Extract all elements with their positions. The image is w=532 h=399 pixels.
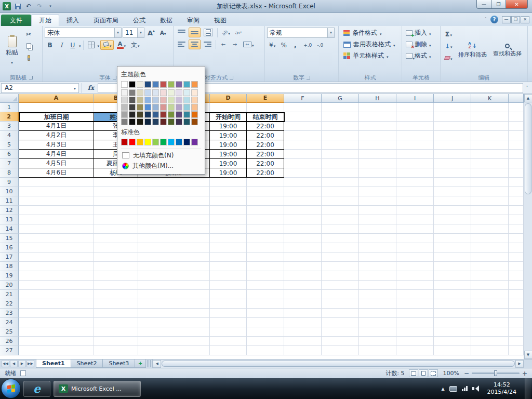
cell-B11[interactable] (94, 196, 138, 206)
font-size-combo[interactable]: 11 (123, 28, 144, 38)
standard-color-swatch[interactable] (191, 139, 198, 145)
merge-center-button[interactable]: ↔ (241, 39, 256, 49)
cell-I9[interactable] (396, 178, 434, 187)
align-left-button[interactable] (176, 39, 188, 49)
taskbar-clock[interactable]: 14:52 2015/4/24 (484, 381, 520, 396)
previous-sheet-button[interactable]: ◀ (10, 360, 18, 367)
cell-A23[interactable] (19, 309, 94, 318)
column-header-F[interactable]: F (284, 94, 322, 103)
cell-K8[interactable] (471, 168, 509, 178)
cell-K4[interactable] (471, 131, 509, 140)
cell-E11[interactable] (247, 196, 284, 206)
theme-variant-swatch[interactable] (183, 97, 190, 103)
zoom-in-button[interactable]: + (522, 370, 527, 377)
no-fill-menu-item[interactable]: 无填充颜色(N) (121, 150, 201, 161)
cell-G17[interactable] (322, 252, 359, 262)
close-button[interactable]: ✕ (506, 0, 528, 9)
standard-color-swatch[interactable] (121, 139, 128, 145)
cell-E6[interactable]: 22:00 (247, 150, 284, 159)
cell-B20[interactable] (94, 281, 138, 290)
theme-color-swatch[interactable] (183, 81, 190, 88)
ribbon-tab-公式[interactable]: 公式 (126, 15, 153, 26)
cell-F12[interactable] (284, 206, 322, 215)
cell-F16[interactable] (284, 243, 322, 252)
cell-D19[interactable] (210, 271, 247, 281)
cell-styles-button[interactable]: 单元格样式 (341, 50, 400, 61)
cell-J20[interactable] (434, 281, 471, 290)
cell-A24[interactable] (19, 318, 94, 327)
cell-G23[interactable] (322, 309, 359, 318)
cell-H10[interactable] (359, 187, 396, 196)
cell-F26[interactable] (284, 337, 322, 346)
copy-button[interactable] (23, 41, 34, 51)
cell-D26[interactable] (210, 337, 247, 346)
column-header-H[interactable]: H (359, 94, 396, 103)
cell-E15[interactable] (247, 234, 284, 243)
standard-color-swatch[interactable] (137, 139, 143, 145)
cell-A5[interactable]: 4月3日 (19, 140, 94, 150)
cell-B27[interactable] (94, 346, 138, 355)
ribbon-tab-数据[interactable]: 数据 (153, 15, 180, 26)
row-header-23[interactable]: 23 (0, 309, 19, 318)
insert-cells-button[interactable]: 插入 (404, 28, 438, 38)
theme-variant-swatch[interactable] (191, 89, 198, 96)
cell-K7[interactable] (471, 159, 509, 168)
cell-A10[interactable] (19, 187, 94, 196)
cell-G26[interactable] (322, 337, 359, 346)
font-name-dropdown[interactable] (114, 28, 121, 37)
formula-bar-expand-button[interactable]: ˅ (523, 86, 531, 90)
cell-G1[interactable] (322, 103, 359, 112)
cell-B17[interactable] (94, 252, 138, 262)
cell-H23[interactable] (359, 309, 396, 318)
cell-D1[interactable] (210, 103, 247, 112)
cell-B24[interactable] (94, 318, 138, 327)
macro-record-icon[interactable] (20, 370, 26, 376)
cell-F17[interactable] (284, 252, 322, 262)
fill-color-dropdown-arrow[interactable] (110, 42, 112, 49)
italic-button[interactable]: I (56, 40, 66, 50)
cell-I8[interactable] (396, 168, 434, 178)
cell-B12[interactable] (94, 206, 138, 215)
row-header-19[interactable]: 19 (0, 271, 19, 281)
cell-G27[interactable] (322, 346, 359, 355)
cell-D16[interactable] (210, 243, 247, 252)
cell-H13[interactable] (359, 215, 396, 224)
sheet-tab-Sheet2[interactable]: Sheet2 (71, 360, 103, 368)
cell-J3[interactable] (434, 122, 471, 131)
cell-I22[interactable] (396, 299, 434, 309)
cell-J7[interactable] (434, 159, 471, 168)
column-header-I[interactable]: I (396, 94, 434, 103)
workbook-minimize-button[interactable]: — (502, 16, 511, 23)
cell-K19[interactable] (471, 271, 509, 281)
theme-variant-swatch[interactable] (183, 89, 190, 96)
cell-B18[interactable] (94, 262, 138, 271)
font-name-combo[interactable]: 宋体 (45, 28, 122, 38)
cell-H5[interactable] (359, 140, 396, 150)
align-middle-button[interactable] (189, 28, 201, 37)
cell-J25[interactable] (434, 327, 471, 337)
cell-K9[interactable] (471, 178, 509, 187)
cell-I12[interactable] (396, 206, 434, 215)
row-header-11[interactable]: 11 (0, 196, 19, 206)
cell-F13[interactable] (284, 215, 322, 224)
cell-F8[interactable] (284, 168, 322, 178)
theme-variant-swatch[interactable] (152, 111, 159, 118)
cell-H9[interactable] (359, 178, 396, 187)
theme-variant-swatch[interactable] (168, 111, 175, 118)
select-all-corner[interactable] (0, 94, 19, 103)
row-header-15[interactable]: 15 (0, 234, 19, 243)
theme-variant-swatch[interactable] (176, 89, 182, 96)
cell-B25[interactable] (94, 327, 138, 337)
theme-variant-swatch[interactable] (129, 89, 136, 96)
theme-variant-swatch[interactable] (191, 111, 198, 118)
cell-I18[interactable] (396, 262, 434, 271)
cell-G24[interactable] (322, 318, 359, 327)
cell-I27[interactable] (396, 346, 434, 355)
conditional-formatting-button[interactable]: 条件格式 (341, 28, 400, 38)
page-break-view-button[interactable] (429, 369, 438, 377)
align-center-button[interactable] (189, 39, 201, 49)
column-header-K[interactable]: K (471, 94, 509, 103)
number-format-dropdown[interactable] (327, 28, 334, 37)
cell-H19[interactable] (359, 271, 396, 281)
cell-H18[interactable] (359, 262, 396, 271)
